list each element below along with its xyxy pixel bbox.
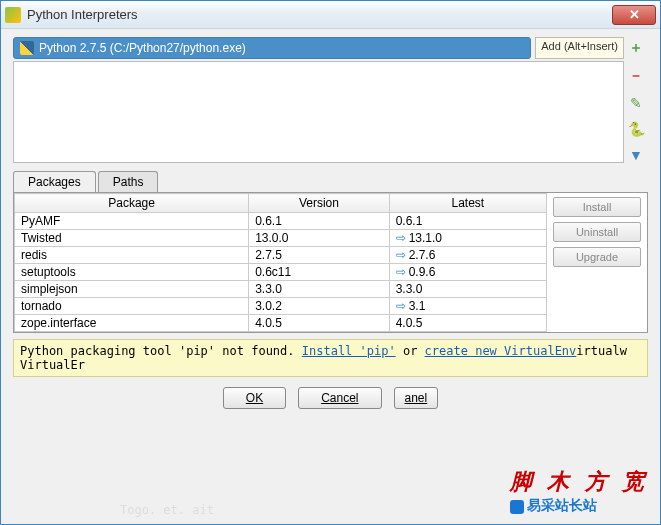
upgrade-arrow-icon: ⇨ <box>396 265 406 279</box>
col-version[interactable]: Version <box>249 194 390 213</box>
python-path-icon[interactable]: 🐍 <box>628 121 645 137</box>
close-button[interactable]: ✕ <box>612 5 656 25</box>
upgrade-arrow-icon: ⇨ <box>396 248 406 262</box>
python-icon <box>20 41 34 55</box>
package-latest: 0.6.1 <box>389 213 546 230</box>
add-tooltip: Add (Alt+Insert) <box>535 37 624 59</box>
col-latest[interactable]: Latest <box>389 194 546 213</box>
package-latest: ⇨2.7.6 <box>389 247 546 264</box>
titlebar: Python Interpreters ✕ <box>1 1 660 29</box>
tab-paths[interactable]: Paths <box>98 171 159 192</box>
package-version: 0.6.1 <box>249 213 390 230</box>
upgrade-arrow-icon: ⇨ <box>396 299 406 313</box>
table-row[interactable]: setuptools0.6c11⇨0.9.6 <box>15 264 547 281</box>
window-title: Python Interpreters <box>27 7 612 22</box>
interpreter-list[interactable] <box>13 61 624 163</box>
package-name: PyAMF <box>15 213 249 230</box>
package-name: Twisted <box>15 230 249 247</box>
package-version: 3.0.2 <box>249 298 390 315</box>
create-virtualenv-link[interactable]: create new VirtualEnv <box>425 344 577 358</box>
package-latest: ⇨3.1 <box>389 298 546 315</box>
package-version: 2.7.5 <box>249 247 390 264</box>
package-version: 13.0.0 <box>249 230 390 247</box>
package-latest: 4.0.5 <box>389 315 546 332</box>
filter-icon[interactable]: ▼ <box>629 147 643 163</box>
interpreter-label: Python 2.7.5 (C:/Python27/python.exe) <box>39 41 246 55</box>
package-latest: 3.3.0 <box>389 281 546 298</box>
extra-button[interactable]: anel <box>394 387 439 409</box>
package-latest: ⇨0.9.6 <box>389 264 546 281</box>
package-name: tornado <box>15 298 249 315</box>
table-row[interactable]: tornado3.0.2⇨3.1 <box>15 298 547 315</box>
package-name: redis <box>15 247 249 264</box>
package-name: simplejson <box>15 281 249 298</box>
package-latest: ⇨13.1.0 <box>389 230 546 247</box>
overlay-branding: 脚 木 方 宽 易采站长站 <box>510 467 650 515</box>
ok-button[interactable]: OK <box>223 387 286 409</box>
logo-icon <box>510 500 524 514</box>
cancel-button[interactable]: Cancel <box>298 387 381 409</box>
table-row[interactable]: PyAMF0.6.10.6.1 <box>15 213 547 230</box>
table-row[interactable]: redis2.7.5⇨2.7.6 <box>15 247 547 264</box>
package-version: 0.6c11 <box>249 264 390 281</box>
table-row[interactable]: zope.interface4.0.54.0.5 <box>15 315 547 332</box>
table-row[interactable]: Twisted13.0.0⇨13.1.0 <box>15 230 547 247</box>
add-icon[interactable]: ＋ <box>629 39 643 57</box>
package-version: 4.0.5 <box>249 315 390 332</box>
package-name: setuptools <box>15 264 249 281</box>
upgrade-arrow-icon: ⇨ <box>396 231 406 245</box>
col-package[interactable]: Package <box>15 194 249 213</box>
package-version: 3.3.0 <box>249 281 390 298</box>
upgrade-button[interactable]: Upgrade <box>553 247 641 267</box>
interpreter-selection[interactable]: Python 2.7.5 (C:/Python27/python.exe) <box>13 37 531 59</box>
edit-icon[interactable]: ✎ <box>630 95 642 111</box>
packages-table: Package Version Latest PyAMF0.6.10.6.1Tw… <box>14 193 547 332</box>
table-row[interactable]: simplejson3.3.03.3.0 <box>15 281 547 298</box>
remove-icon[interactable]: － <box>629 67 643 85</box>
app-icon <box>5 7 21 23</box>
warning-text: Python packaging tool 'pip' not found. <box>20 344 302 358</box>
watermark-text: Togo. et. ait <box>120 503 214 517</box>
pip-warning: Python packaging tool 'pip' not found. I… <box>13 339 648 377</box>
tab-packages[interactable]: Packages <box>13 171 96 192</box>
package-name: zope.interface <box>15 315 249 332</box>
install-button[interactable]: Install <box>553 197 641 217</box>
install-pip-link[interactable]: Install 'pip' <box>302 344 396 358</box>
uninstall-button[interactable]: Uninstall <box>553 222 641 242</box>
